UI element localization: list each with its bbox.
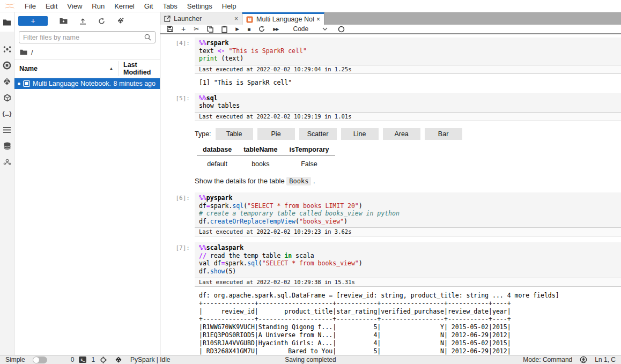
kernel-status-text[interactable]: PySpark | Idle [130, 356, 170, 363]
sidebar-tab-collaboration[interactable] [0, 154, 14, 170]
code-line: text <- "This is SparkR cell" [199, 47, 617, 55]
chart-type-button-bar[interactable]: Bar [425, 128, 462, 140]
menu-git[interactable]: Git [139, 2, 158, 10]
chart-type-button-table[interactable]: Table [216, 128, 253, 140]
close-tab-icon[interactable]: × [316, 16, 320, 23]
chart-type-button-pie[interactable]: Pie [257, 128, 295, 140]
nodes-icon [3, 46, 11, 53]
save-button[interactable] [167, 26, 173, 32]
cell-code-editor[interactable]: %%rsparktext <- "This is SparkR cell"pri… [195, 38, 621, 65]
file-name: Multi Language Notebook.ipynb [33, 80, 110, 87]
execution-time-status: Last executed at 2022-02-02 10:29:38 in … [195, 278, 621, 287]
terminal-count[interactable]: 0 [71, 356, 75, 363]
left-activity-bar: {…} [0, 12, 14, 355]
status-bar: Simple 0 s_ 1 PySpark | Idle Saving comp… [0, 355, 621, 364]
chart-type-button-area[interactable]: Area [383, 128, 420, 140]
accessibility-icon[interactable] [580, 356, 587, 363]
restart-kernel-button[interactable] [258, 26, 265, 32]
sidebar-tab-nodes[interactable] [0, 41, 14, 57]
sidebar-tab-file-browser[interactable] [0, 12, 14, 32]
chart-type-label: Type: [195, 130, 211, 138]
code-line: df.createOrReplaceTempView("books_view") [199, 218, 617, 226]
sidebar-tab-database[interactable] [0, 138, 14, 154]
sidebar-tab-git[interactable] [0, 73, 14, 90]
cell-execution-prompt: [7]: [160, 242, 195, 355]
kernel-idle-circle-icon [338, 26, 345, 33]
menu-run[interactable]: Run [87, 2, 109, 10]
markdown-text: Show the details for the table [195, 177, 286, 185]
tab-launcher[interactable]: Launcher × [160, 12, 242, 25]
upload-button[interactable] [79, 18, 86, 25]
interrupt-kernel-button[interactable]: ■ [247, 26, 250, 32]
search-icon [144, 34, 151, 41]
sql-result-table: databasetableNameisTemporarydefaultbooks… [197, 144, 335, 169]
cell-type-select[interactable]: Code [293, 25, 309, 33]
notebook-file-icon [23, 80, 30, 87]
menu-settings[interactable]: Settings [182, 2, 217, 10]
simple-mode-toggle[interactable] [33, 356, 47, 363]
notebook-tab-icon [246, 16, 253, 23]
chevron-down-icon[interactable] [322, 27, 328, 31]
sql-column-header: database [197, 144, 238, 156]
markdown-cell[interactable]: Show the details for the table Books . [195, 175, 621, 185]
run-cell-button[interactable]: ▶ [235, 26, 239, 32]
menu-kernel[interactable]: Kernel [109, 2, 139, 10]
markdown-text: . [311, 177, 315, 185]
file-filter-input[interactable] [23, 34, 144, 41]
paste-cells-button[interactable] [221, 26, 227, 33]
breadcrumb-root[interactable]: / [31, 48, 33, 56]
name-column-header[interactable]: Name ▲ [19, 65, 118, 72]
tab-notebook[interactable]: Multi Language Notebook.i × [242, 12, 324, 25]
refresh-file-list-button[interactable] [98, 18, 105, 25]
restart-run-all-button[interactable]: ▶▶ [273, 27, 278, 32]
menu-file[interactable]: File [20, 2, 41, 10]
cell-output: df: org.apache.spark.sql.DataFrame = [re… [195, 287, 621, 355]
execution-time-status: Last executed at 2022-02-02 10:29:23 in … [195, 227, 621, 236]
new-launcher-button[interactable]: + [18, 16, 48, 26]
new-folder-icon [60, 18, 68, 24]
kernel-sessions-icon[interactable] [100, 356, 107, 363]
cut-cells-button[interactable]: ✂ [194, 25, 199, 33]
cursor-position[interactable]: Ln 1, C [595, 356, 616, 363]
chart-type-button-scatter[interactable]: Scatter [299, 128, 337, 140]
simple-mode-label: Simple [5, 356, 25, 363]
menu-help[interactable]: Help [217, 2, 241, 10]
git-clone-button[interactable] [117, 17, 124, 25]
menu-tabs[interactable]: Tabs [158, 2, 182, 10]
execution-time-status: Last executed at 2022-02-02 10:29:19 in … [195, 112, 621, 121]
sidebar-tab-running-sessions[interactable] [0, 57, 14, 73]
chart-type-button-line[interactable]: Line [341, 128, 379, 140]
cell-body: %%scalaspark// read the temp table in sc… [195, 242, 621, 355]
cell-code-editor[interactable]: %%scalaspark// read the temp table in sc… [195, 242, 621, 277]
file-row-notebook[interactable]: Multi Language Notebook.ipynb 8 minutes … [14, 78, 160, 89]
modified-column-header[interactable]: Last Modified [118, 61, 160, 76]
execution-time-status: Last executed at 2022-02-02 10:29:04 in … [195, 65, 621, 74]
tab-label: Launcher [174, 15, 202, 23]
sql-column-header: isTemporary [283, 144, 335, 156]
cell-execution-prompt: [5]: [160, 93, 195, 169]
command-mode-indicator[interactable]: Mode: Command [523, 356, 572, 363]
git-status-icon[interactable] [115, 356, 122, 363]
cell-code-editor[interactable]: %%sqlshow tables [195, 93, 621, 112]
breadcrumb[interactable]: / [14, 45, 160, 59]
copy-cells-button[interactable] [207, 26, 213, 33]
kernel-status-indicator[interactable] [338, 26, 345, 33]
code-line: # create a temporary table called books_… [199, 210, 617, 218]
upload-icon [79, 18, 86, 25]
new-folder-button[interactable] [60, 18, 68, 24]
menu-edit[interactable]: Edit [41, 2, 62, 10]
code-line: %%scalaspark [199, 244, 617, 252]
sidebar-tab-table-of-contents[interactable] [0, 122, 14, 138]
cell-code-editor[interactable]: %%pysparkdf=spark.sql("SELECT * from boo… [195, 192, 621, 227]
code-line: // read the temp table in scala [199, 252, 617, 260]
close-tab-icon[interactable]: × [234, 15, 238, 23]
sidebar-tab-property-inspector[interactable]: {…} [0, 106, 14, 122]
code-line: %%pyspark [199, 194, 617, 202]
kernel-count[interactable]: 1 [91, 356, 95, 363]
menu-view[interactable]: View [62, 2, 87, 10]
sidebar-tab-extension-manager[interactable] [0, 90, 14, 106]
cell-body: %%sqlshow tablesLast executed at 2022-02… [195, 93, 621, 169]
add-cell-button[interactable]: + [181, 26, 186, 32]
jupyter-logo-icon [3, 2, 17, 10]
stop-circle-icon [3, 61, 11, 70]
